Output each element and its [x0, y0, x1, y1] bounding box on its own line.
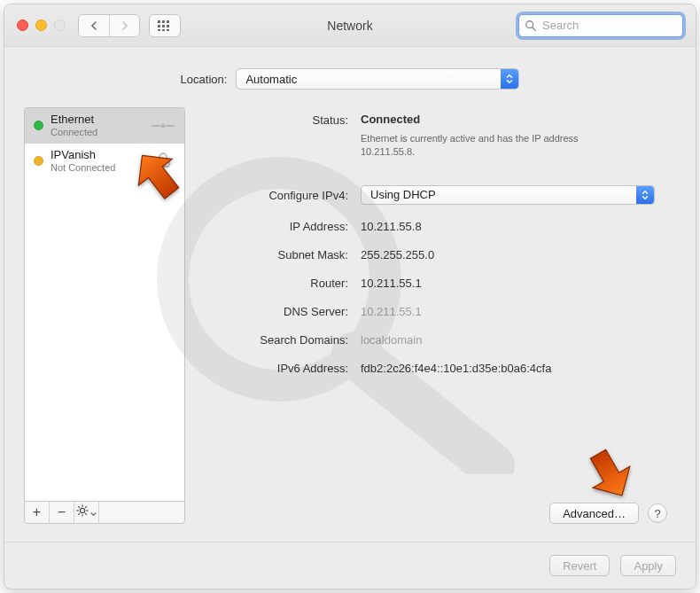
svg-point-12 [162, 125, 164, 127]
sidebar-item-info: Ethernet Connected [51, 113, 144, 138]
svg-rect-2 [167, 20, 169, 23]
svg-rect-1 [162, 20, 165, 23]
detail-panel: Status: Connected Ethernet is currently … [201, 107, 676, 524]
ipv6-address-label: IPv6 Address: [206, 359, 348, 375]
svg-line-21 [85, 513, 87, 515]
svg-line-23 [78, 513, 80, 515]
svg-rect-4 [162, 25, 165, 27]
svg-rect-8 [167, 29, 169, 31]
search-wrap [518, 14, 683, 37]
add-interface-button[interactable]: + [25, 502, 50, 523]
sidebar-item-name: IPVanish [51, 149, 144, 162]
window-close-button[interactable] [17, 20, 28, 31]
sidebar-item-status: Not Connected [51, 162, 144, 174]
titlebar: Network [4, 4, 696, 47]
svg-rect-3 [158, 25, 160, 27]
location-select[interactable]: Automatic [236, 68, 519, 90]
dns-server-value: 10.211.55.1 [361, 302, 671, 318]
bottom-bar: Revert Apply [4, 542, 696, 589]
svg-point-15 [80, 508, 84, 512]
status-dot-icon [34, 121, 43, 130]
status-description: Ethernet is currently active and has the… [361, 132, 626, 159]
location-row: Location: Automatic [24, 68, 676, 90]
sidebar-item-name: Ethernet [51, 113, 144, 127]
chevron-down-icon [90, 504, 97, 520]
search-domains-label: Search Domains: [206, 331, 348, 347]
help-button[interactable]: ? [648, 503, 667, 523]
chevron-left-icon [89, 21, 98, 30]
configure-ipv4-wrap: Using DHCP [361, 171, 671, 205]
status-label: Status: [206, 111, 348, 127]
sidebar-footer: + − [24, 501, 185, 524]
content: Location: Automatic Ethernet Connected [4, 47, 696, 542]
svg-line-20 [78, 506, 80, 508]
location-label: Location: [181, 73, 228, 86]
advanced-row: Advanced… ? [206, 494, 671, 524]
sidebar-item-ethernet[interactable]: Ethernet Connected [25, 108, 184, 144]
svg-rect-5 [167, 25, 169, 27]
nav-back-forward [78, 14, 140, 37]
location-value: Automatic [245, 73, 297, 86]
router-label: Router: [206, 274, 348, 290]
chevron-right-icon [121, 21, 129, 30]
remove-interface-button[interactable]: − [50, 502, 74, 523]
svg-line-22 [85, 506, 87, 508]
main-area: Ethernet Connected [24, 107, 676, 524]
dns-server-label: DNS Server: [206, 302, 348, 318]
status-dot-icon [34, 156, 43, 166]
svg-rect-0 [158, 20, 160, 23]
svg-rect-6 [158, 29, 160, 31]
ip-address-value: 10.211.55.8 [361, 217, 671, 233]
search-input[interactable] [518, 14, 683, 37]
ethernet-icon [151, 118, 175, 134]
router-value: 10.211.55.1 [361, 274, 671, 290]
network-preferences-window: Network Location: Automatic [4, 4, 696, 589]
configure-ipv4-select[interactable]: Using DHCP [361, 185, 655, 205]
traffic-lights [17, 20, 66, 31]
ipv6-address-value: fdb2:2c26:f4e4::10e1:d35e:b0a6:4cfa [361, 359, 671, 375]
interface-list: Ethernet Connected [24, 107, 185, 501]
window-zoom-button [54, 20, 66, 31]
subnet-mask-value: 255.255.255.0 [361, 246, 671, 261]
gear-icon [76, 504, 89, 520]
select-caret-icon [636, 186, 654, 204]
show-all-button[interactable] [149, 14, 181, 37]
advanced-button[interactable]: Advanced… [549, 503, 639, 524]
vpn-lock-icon [151, 152, 175, 168]
status-block: Connected Ethernet is currently active a… [361, 111, 671, 159]
forward-button [109, 15, 139, 36]
sidebar-item-ipvanish[interactable]: IPVanish Not Connected [25, 144, 184, 179]
grid-icon [158, 20, 172, 31]
status-value: Connected [361, 110, 420, 126]
back-button[interactable] [79, 15, 109, 36]
configure-ipv4-label: Configure IPv4: [206, 171, 348, 202]
form-grid: Status: Connected Ethernet is currently … [206, 111, 671, 375]
revert-button: Revert [549, 555, 610, 576]
configure-ipv4-value: Using DHCP [370, 188, 436, 201]
sidebar-item-status: Connected [51, 127, 144, 138]
sidebar-item-info: IPVanish Not Connected [51, 149, 144, 174]
svg-rect-7 [162, 29, 165, 31]
select-caret-icon [501, 69, 518, 89]
sidebar: Ethernet Connected [24, 107, 185, 524]
interface-options-button[interactable] [74, 502, 99, 523]
window-minimize-button[interactable] [35, 20, 47, 31]
ip-address-label: IP Address: [206, 217, 348, 233]
search-domains-value: localdomain [361, 331, 671, 347]
apply-button: Apply [620, 555, 676, 576]
subnet-mask-label: Subnet Mask: [206, 246, 348, 261]
